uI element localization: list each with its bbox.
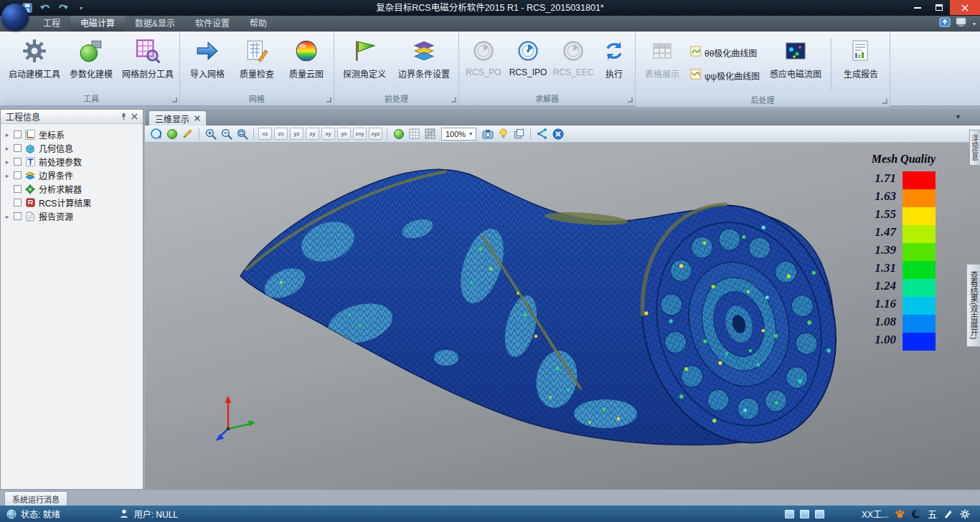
- table-display-button[interactable]: 表格展示: [639, 34, 685, 93]
- group-dialog-launcher-icon[interactable]: [882, 99, 887, 104]
- pin-icon[interactable]: [118, 111, 129, 122]
- shaded-view-icon[interactable]: [392, 127, 405, 141]
- view-xy-button[interactable]: xy: [321, 128, 335, 140]
- pan-icon[interactable]: [165, 127, 179, 141]
- tree-checkbox[interactable]: [14, 185, 22, 193]
- tree-item-geometry-info[interactable]: ▸ 几何信息: [1, 141, 143, 155]
- tree-item-coordinate-system[interactable]: ▸ 坐标系: [1, 128, 143, 141]
- expander-icon[interactable]: ▸: [4, 158, 11, 166]
- probe-angle-button[interactable]: 探测角定义: [338, 34, 391, 93]
- ime-settings-gear-icon[interactable]: [959, 508, 970, 519]
- solver-rcs-po-button[interactable]: RCS_PO: [463, 34, 504, 93]
- expander-icon[interactable]: ▸: [4, 213, 11, 220]
- group-dialog-launcher-icon[interactable]: [628, 98, 633, 103]
- mesh-partition-tool-button[interactable]: 网格剖分工具: [120, 34, 176, 93]
- system-messages-tab[interactable]: 系统运行消息: [4, 491, 67, 506]
- quality-cloudmap-button[interactable]: 质量云图: [283, 34, 330, 93]
- psi-polarization-curve-button[interactable]: ψψ极化曲线图: [687, 66, 763, 85]
- tree-checkbox[interactable]: [14, 130, 22, 138]
- view-yx-button[interactable]: yx: [337, 128, 351, 140]
- tab-list-dropdown-icon[interactable]: ▼: [955, 113, 961, 120]
- import-mesh-button[interactable]: 导入网格: [184, 34, 231, 93]
- redo-icon[interactable]: [57, 2, 69, 14]
- tab-3d-display[interactable]: 三维显示: [149, 110, 207, 125]
- view-xz-button[interactable]: xz: [258, 128, 272, 140]
- tree-checkbox[interactable]: [14, 171, 22, 179]
- app-logo[interactable]: [1, 4, 29, 31]
- tree-item-boundary-conditions[interactable]: ▸ 边界条件: [1, 169, 143, 182]
- floating-info-tab[interactable]: 浮动信息: [969, 130, 980, 166]
- close-button[interactable]: [950, 0, 980, 15]
- tree-item-rcs-results[interactable]: RCS计算结果: [1, 196, 143, 209]
- minimize-button[interactable]: [907, 0, 928, 15]
- view-yz-button[interactable]: yz: [290, 128, 303, 140]
- tree-item-preprocess-params[interactable]: ▸ 前处理参数: [1, 155, 143, 169]
- menu-tab-em-computation[interactable]: 电磁计算: [70, 16, 125, 32]
- menu-tab-help[interactable]: 帮助: [240, 16, 277, 32]
- qat-dropdown-icon[interactable]: ▾: [75, 2, 87, 14]
- quality-check-button[interactable]: 质量检查: [233, 34, 281, 93]
- orbit-rotate-icon[interactable]: [149, 127, 163, 141]
- display-settings-icon[interactable]: [956, 17, 968, 30]
- zoom-out-icon[interactable]: [220, 127, 233, 141]
- induced-current-map-button[interactable]: 感应电磁流图: [765, 34, 826, 93]
- view-zx-button[interactable]: zx: [274, 128, 288, 140]
- view-iso2-button[interactable]: xyz: [369, 128, 382, 140]
- stop-cancel-icon[interactable]: [551, 127, 565, 141]
- boundary-conditions-button[interactable]: 边界条件设置: [393, 34, 455, 93]
- group-dialog-launcher-icon[interactable]: [172, 98, 177, 103]
- ime-mode-indicator[interactable]: 五: [928, 507, 937, 521]
- ribbon: 启动建模工具 参数化建模 网格剖分工具 工具: [0, 32, 980, 106]
- tree-checkbox[interactable]: [14, 158, 22, 166]
- menu-tab-project[interactable]: 工程: [33, 16, 70, 32]
- view-zy-button[interactable]: zy: [306, 128, 319, 140]
- window-thumbnail-icon[interactable]: [815, 510, 824, 518]
- maximize-button[interactable]: [928, 0, 950, 15]
- ime-pen-icon[interactable]: [943, 508, 953, 519]
- theta-polarization-curve-button[interactable]: θθ极化曲线图: [687, 43, 763, 62]
- legend-value: 1.55: [875, 207, 903, 225]
- sketch-pencil-icon[interactable]: [181, 127, 194, 141]
- panel-close-icon[interactable]: [129, 111, 140, 122]
- model-3d-canvas[interactable]: [145, 143, 980, 490]
- section-vector-icon[interactable]: [535, 127, 549, 141]
- zoom-in-icon[interactable]: [204, 127, 217, 141]
- execute-button[interactable]: 执行: [597, 34, 631, 93]
- capture-icon[interactable]: [481, 127, 494, 141]
- menubar-dropdown-icon[interactable]: ▾: [973, 21, 976, 27]
- zoom-level-select[interactable]: 100% ▾: [441, 128, 476, 141]
- legend-values: 1.71 1.63 1.55 1.47 1.39 1.31 1.24 1.16 …: [875, 171, 903, 351]
- panel-toggle-icon[interactable]: [939, 17, 951, 30]
- expander-icon[interactable]: ▸: [4, 172, 11, 179]
- window-thumbnail-icon[interactable]: [800, 510, 809, 518]
- layers-icon[interactable]: [512, 127, 526, 141]
- solver-rcs-eec-button[interactable]: RCS_EEC: [552, 34, 595, 93]
- tree-item-report-resources[interactable]: ▸ 报告资源: [1, 209, 143, 223]
- group-dialog-launcher-icon[interactable]: [326, 98, 331, 103]
- tree-checkbox[interactable]: [14, 199, 22, 207]
- expander-icon[interactable]: ▸: [4, 145, 11, 152]
- menu-tab-settings[interactable]: 软件设置: [185, 16, 240, 32]
- tree-item-analysis-solver[interactable]: 分析求解器: [1, 182, 143, 196]
- view-iso1-button[interactable]: zxy: [353, 128, 367, 140]
- expander-icon[interactable]: ▸: [4, 131, 11, 138]
- wireframe-view-icon[interactable]: [407, 127, 421, 141]
- view-results-tab[interactable]: 查看结果(双击展开): [966, 264, 980, 347]
- solver-rcs-ipo-button[interactable]: RCS_IPO: [507, 34, 550, 93]
- zoom-fit-icon[interactable]: [235, 127, 249, 141]
- tree-checkbox[interactable]: [14, 212, 22, 220]
- ime-paw-icon[interactable]: [895, 508, 905, 519]
- tab-close-icon[interactable]: [194, 113, 200, 123]
- menu-tab-data-display[interactable]: 数据&显示: [125, 16, 185, 32]
- undo-icon[interactable]: [39, 2, 51, 14]
- ime-moon-icon[interactable]: [911, 508, 922, 519]
- launch-modeling-tool-button[interactable]: 启动建模工具: [6, 34, 62, 93]
- light-icon[interactable]: [496, 127, 510, 141]
- mesh-view-icon[interactable]: [423, 127, 437, 141]
- generate-report-button[interactable]: 生成报告: [836, 34, 886, 93]
- tree-checkbox[interactable]: [14, 144, 22, 152]
- group-dialog-launcher-icon[interactable]: [451, 98, 456, 103]
- button-label: ψψ极化曲线图: [705, 70, 760, 82]
- window-thumbnail-icon[interactable]: [785, 510, 794, 518]
- parametric-modeling-button[interactable]: 参数化建模: [65, 34, 118, 93]
